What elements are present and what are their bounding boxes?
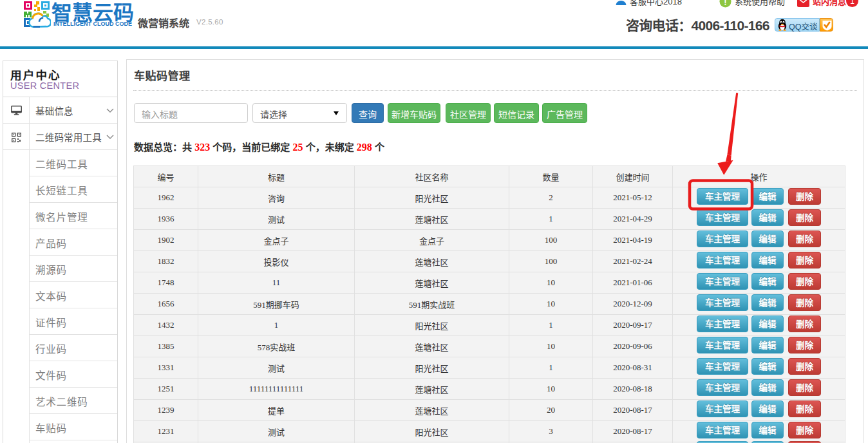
- svg-text:!: !: [724, 0, 726, 7]
- svg-text:1: 1: [850, 0, 854, 6]
